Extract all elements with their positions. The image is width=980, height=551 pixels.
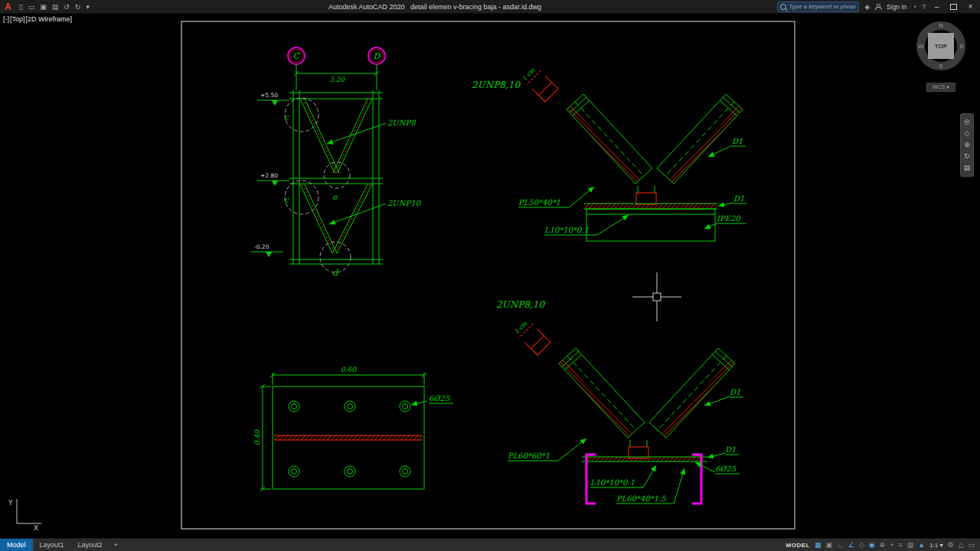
title-bar: A ▯ ▭ ▣ ▤ ↺ ↻ ▾ Autodesk AutoCAD 2020 de… (0, 0, 980, 14)
dynamic-input-icon[interactable]: + (890, 542, 893, 549)
label-ipe20: IPE20 (717, 214, 741, 223)
status-toggles: MODEL ▦ ▣ ∟ ∠ ◇ ◉ ⊕ + ≡ ▨ ▲ 1:1 ▾ ⚙ △ ▭ (786, 539, 980, 551)
annotation-monitor-icon[interactable]: △ (959, 542, 964, 549)
label-bolts-bottom: 6Ø25 (715, 465, 737, 473)
viewcube-compass-ring[interactable]: N W E S TOP (916, 21, 965, 70)
label-d1-brace-top: D1 (732, 137, 743, 145)
label-pl50: PL50*40*1 (518, 198, 560, 207)
annotation-visibility-icon[interactable]: ▲ (918, 542, 925, 549)
label-d1-plate-bottom: D1 (725, 445, 736, 454)
search-icon (780, 4, 786, 10)
redo-icon[interactable]: ↻ (75, 0, 81, 14)
compass-north[interactable]: N (939, 22, 943, 29)
brace-hatch-ticks (302, 99, 370, 253)
search-input[interactable] (789, 3, 856, 11)
sign-in-button[interactable]: Sign In (887, 3, 906, 11)
plan-view: 0.60 0.40 6Ø25 (253, 366, 453, 491)
undo-icon[interactable]: ↺ (64, 0, 70, 14)
detail-mark-c-lower: c (284, 195, 289, 205)
label-pl60-40: PL60*40*1.5 (616, 494, 666, 503)
save-file-icon[interactable]: ▣ (40, 0, 47, 14)
tab-layout1-label: Layout1 (40, 541, 64, 549)
lineweight-icon[interactable]: ≡ (898, 542, 902, 549)
zoom-icon[interactable]: ⊕ (964, 142, 970, 148)
tab-model[interactable]: Model (0, 539, 33, 551)
ortho-icon[interactable]: ∟ (837, 542, 844, 549)
compass-south[interactable]: S (939, 63, 942, 70)
detail-top-offset-dim: 1 cm (521, 67, 537, 83)
transparency-icon[interactable]: ▨ (907, 542, 914, 549)
label-pl60: PL60*60*1 (508, 452, 550, 460)
titlebar-right-cluster: ◈ Sign In ◔ ? – × (777, 0, 980, 14)
label-l10-bottom: L10*10*0.1 (590, 478, 635, 487)
ucs-y-label: Y (8, 499, 13, 507)
new-layout-button[interactable]: + (109, 539, 122, 551)
object-snap-tracking-icon[interactable]: ⊕ (880, 542, 886, 549)
status-bar: Model Layout1 Layout2 + MODEL ▦ ▣ ∟ ∠ ◇ … (0, 538, 980, 551)
help-search-box[interactable] (777, 2, 859, 12)
autocad-window: C D 3.20 (0, 0, 980, 551)
detail-bottom-offset-dim: 1 cm (513, 320, 529, 336)
object-snap-ic[interactable]: ◉ (869, 542, 875, 549)
label-d1-brace-bottom: D1 (730, 388, 740, 396)
detail-mark-d: d (332, 268, 338, 278)
viewcube: N W E S TOP WCS ▾ (911, 21, 971, 92)
snap-icon[interactable]: ▣ (825, 542, 832, 549)
window-title: Autodesk AutoCAD 2020 detail elemen v-br… (93, 3, 777, 11)
polar-tracking-icon[interactable]: ∠ (848, 542, 854, 549)
model-space-canvas[interactable]: C D 3.20 (0, 0, 980, 551)
restore-button[interactable] (948, 1, 959, 13)
view-menu[interactable]: [Top] (10, 15, 25, 23)
a360-icon[interactable]: ◈ (864, 0, 870, 14)
label-2unp10: 2UNP10 (387, 199, 422, 207)
clean-screen-icon[interactable]: ▭ (968, 542, 975, 549)
label-d1-plate-top: D1 (733, 194, 744, 203)
isodraft-icon[interactable]: ◇ (859, 542, 864, 549)
tab-layout2[interactable]: Layout2 (71, 539, 109, 551)
detail-bottom-title: 2UNP8,10 (496, 299, 545, 310)
tab-model-label: Model (7, 541, 26, 549)
viewport-menu[interactable]: [-] (3, 15, 9, 23)
grid-bubble-d: D (374, 51, 381, 61)
orbit-icon[interactable]: ↻ (964, 153, 970, 160)
ucs-icon: Y X (8, 499, 41, 532)
close-button[interactable]: × (965, 1, 976, 13)
ucs-x-label: X (34, 524, 38, 532)
frame-members (289, 90, 383, 264)
qat-dropdown-icon[interactable]: ▾ (86, 0, 90, 14)
detail-top-title: 2UNP8,10 (472, 80, 521, 90)
plan-bolt-label: 6Ø25 (429, 394, 450, 403)
compass-west[interactable]: W (918, 43, 924, 50)
new-layout-icon: + (114, 541, 118, 549)
open-file-icon[interactable]: ▭ (28, 0, 35, 14)
notifications-icon[interactable]: ◔ (913, 0, 916, 14)
user-avatar-icon (875, 4, 881, 10)
crosshair-cursor (632, 272, 681, 321)
show-motion-icon[interactable]: ▤ (964, 165, 971, 171)
visual-style-menu[interactable]: [2D Wireframe] (26, 15, 73, 23)
detail-mark-e: e (332, 192, 338, 202)
navigation-bar: ◎ ◇ ⊕ ↻ ▤ (960, 113, 974, 177)
new-file-icon[interactable]: ▯ (19, 0, 23, 14)
help-icon[interactable]: ? (922, 0, 926, 14)
plot-icon[interactable]: ▤ (52, 0, 59, 14)
compass-east[interactable]: E (960, 43, 964, 50)
annotation-scale[interactable]: 1:1 ▾ (929, 542, 942, 549)
quick-access-toolbar: ▯ ▭ ▣ ▤ ↺ ↻ ▾ (16, 0, 93, 14)
model-space-indicator[interactable]: MODEL (786, 542, 810, 549)
grid-icon[interactable]: ▦ (815, 542, 822, 549)
span-dimension: 3.20 (329, 76, 345, 83)
workspace-gear-icon[interactable]: ⚙ (947, 542, 953, 549)
grid-bubble-c: C (293, 51, 301, 61)
navigation-wheel-icon[interactable]: ◎ (964, 119, 970, 126)
application-menu-icon[interactable]: A (0, 0, 16, 14)
minimize-button[interactable]: – (931, 1, 942, 13)
wcs-dropdown[interactable]: WCS ▾ (926, 83, 956, 92)
tab-layout1[interactable]: Layout1 (33, 539, 71, 551)
pan-icon[interactable]: ◇ (965, 130, 970, 137)
viewport-controls: [-] [Top] [2D Wireframe] (3, 15, 72, 23)
plan-width-dim: 0.60 (341, 366, 357, 373)
label-2unp8: 2UNP8 (387, 119, 416, 127)
elevation-view: C D 3.20 (251, 47, 422, 278)
viewcube-top-face[interactable]: TOP (928, 33, 954, 59)
